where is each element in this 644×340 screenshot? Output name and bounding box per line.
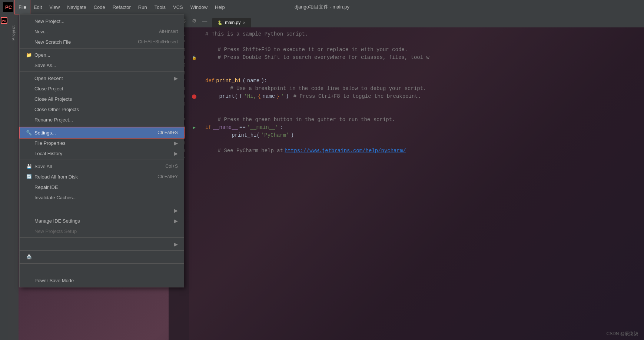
menu-help[interactable]: Help [211,0,229,14]
menu-navigate[interactable]: Navigate [63,0,90,14]
menu-window[interactable]: Window [187,0,211,14]
sep2 [20,71,184,72]
toolbar-gear[interactable]: ⚙ [190,17,198,25]
code-line-12: # Press the green button in the gutter t… [205,116,638,124]
code-line-9: print(f'Hi, {name}') # Press Ctrl+F8 to … [205,93,638,100]
menu-exit[interactable]: Power Save Mode [20,275,184,286]
code-content[interactable]: # This is a sample Python script. # Pres… [199,27,644,340]
code-line-5 [205,61,638,69]
menu-settings[interactable]: 🔧 Settings... Ctrl+Alt+S [20,127,184,138]
menu-new[interactable]: New... Alt+Insert [20,26,184,37]
menu-save-file-template: New Projects Setup [20,226,184,236]
menu-repair-ide[interactable]: Repair IDE [20,182,184,192]
local-history-arrow: ▶ [174,151,178,156]
tab-filename: main.py [225,20,240,25]
code-line-16: # See PyCharm help at https://www.jetbra… [205,147,638,155]
project-label: Project [11,25,16,40]
code-line-11 [205,108,638,116]
menu-new-project[interactable]: New Project... [20,16,184,26]
code-line-1: # This is a sample Python script. [205,30,638,38]
menu-run[interactable]: Run [135,0,151,14]
code-editor[interactable]: 12345 678910 1112131415 1617 🔒 ▶ [169,27,644,340]
code-line-7: def print_hi(name): [205,77,638,85]
print-icon: 🖨️ [26,254,32,260]
gutter-icons: 🔒 ▶ [189,27,199,340]
menu-file[interactable]: File [15,0,30,14]
menu-close-project[interactable]: Close Project [20,83,184,94]
tab-main-py[interactable]: 🐍 main.py ✕ [212,18,251,27]
code-line-14: print_hi('PyCharm') [205,131,638,139]
folder-icon: 📁 [26,52,32,58]
code-line-8: # Use a breakpoint in the code line belo… [205,85,638,93]
menu-code[interactable]: Code [90,0,109,14]
svg-text:PC: PC [5,4,12,10]
code-line-3: # Press Shift+F10 to execute it or repla… [205,46,638,54]
file-dropdown-menu: New Project... New... Alt+Insert New Scr… [19,14,184,287]
menu-close-other-projects[interactable]: Close Other Projects [20,104,184,114]
editor-area: ≡↕ ⇕ ⚙ — 🐍 main.py ✕ 12345 678910 111213… [169,14,644,340]
sep3 [20,126,184,126]
svg-text:PC: PC [2,19,6,23]
menu-print[interactable]: 🖨️ [20,252,184,262]
export-arrow: ▶ [174,241,178,247]
menu-power-save[interactable] [20,265,184,275]
menu-edit[interactable]: Edit [30,0,46,14]
run-arrow-icon[interactable]: ▶ [193,125,195,130]
menu-new-projects-setup[interactable]: Manage IDE Settings ▶ [20,216,184,226]
sep4 [20,160,184,160]
menu-open[interactable]: 📁 Open... [20,50,184,60]
breakpoint-indicator[interactable] [192,94,196,99]
pycharm-icon: PC [1,17,7,24]
menu-vcs[interactable]: VCS [169,0,187,14]
open-recent-arrow: ▶ [174,76,178,81]
sep5 [20,204,184,204]
save-all-icon: 💾 [26,164,32,169]
left-activity-bar: PC [0,14,8,340]
lock-icon: 🔒 [192,56,196,60]
menu-close-all-projects[interactable]: Close All Projects [20,94,184,104]
menu-export[interactable]: ▶ [20,239,184,249]
tab-close-btn[interactable]: ✕ [243,21,246,25]
menu-open-recent[interactable]: Open Recent ▶ [20,73,184,83]
tab-list: 🐍 main.py ✕ [212,14,251,27]
title-bar: PC File Edit View Navigate Code Refactor… [0,0,644,14]
menu-manage-ide[interactable]: ▶ [20,205,184,216]
wrench-icon: 🔧 [26,130,32,136]
menu-save-as[interactable]: Save As... [20,60,184,70]
app-logo: PC [3,2,13,12]
watermark-text: CSDN @辰柒柒 [606,331,638,337]
window-title: django项目文件 - main.py [295,4,349,10]
code-line-17 [205,155,638,163]
file-properties-arrow: ▶ [174,140,178,146]
menu-save-all[interactable]: 💾 Save All Ctrl+S [20,161,184,171]
manage-ide-arrow: ▶ [174,208,178,213]
menu-rename-project[interactable]: Rename Project... [20,114,184,125]
menu-file-properties[interactable]: File Properties ▶ [20,138,184,148]
python-file-icon: 🐍 [218,20,223,25]
sep7 [20,250,184,251]
code-line-2 [205,38,638,46]
menu-local-history[interactable]: Local History ▶ [20,148,184,159]
code-line-15 [205,139,638,147]
project-panel-sidebar: Project [8,14,19,340]
sep6 [20,237,184,238]
menu-invalidate-caches[interactable]: Invalidate Caches... [20,192,184,203]
sep8 [20,263,184,264]
sep1 [20,48,184,49]
reload-icon: 🔄 [26,174,32,179]
menu-new-scratch[interactable]: New Scratch File Ctrl+Alt+Shift+Insert [20,37,184,47]
code-line-6 [205,69,638,77]
menu-reload-all[interactable]: 🔄 Reload All from Disk Ctrl+Alt+Y [20,171,184,182]
code-line-4: # Press Double Shift to search everywher… [205,54,638,61]
menu-view[interactable]: View [46,0,63,14]
menu-tools[interactable]: Tools [151,0,169,14]
toolbar-dash[interactable]: — [200,17,209,25]
tab-toolbar-area: ≡↕ ⇕ ⚙ — 🐍 main.py ✕ [169,14,644,27]
code-line-10 [205,100,638,108]
new-projects-arrow: ▶ [174,218,178,224]
code-line-13: if __name__ == '__main__': [205,124,638,131]
menu-refactor[interactable]: Refactor [109,0,135,14]
